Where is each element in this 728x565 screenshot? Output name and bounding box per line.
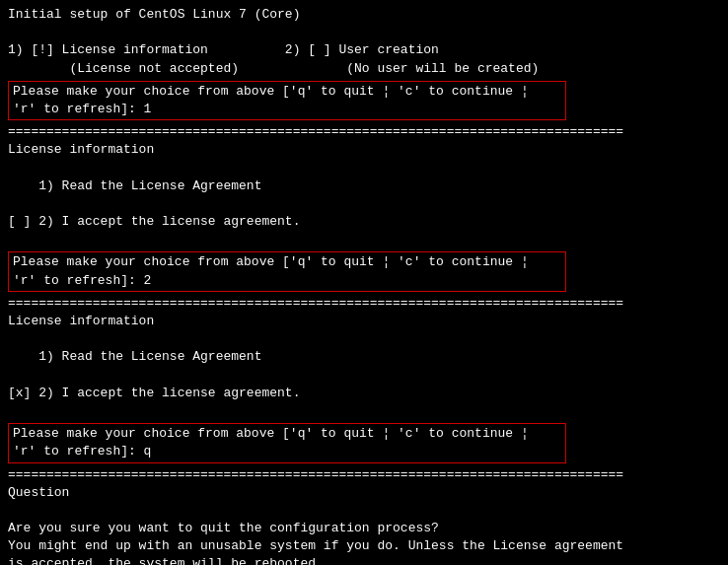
prompt3-line1: Please make your choice from above ['q' …	[13, 425, 561, 443]
prompt-box-2[interactable]: Please make your choice from above ['q' …	[8, 251, 566, 291]
prompt2-line2: 'r' to refresh]: 2	[13, 272, 561, 290]
question-line-3: is accepted, the system will be rebooted…	[8, 555, 720, 565]
blank2	[8, 160, 720, 177]
prompt3-line2: 'r' to refresh]: q	[13, 443, 561, 460]
separator-1: ========================================…	[8, 123, 720, 141]
question-line-1: Are you sure you want to quit the config…	[8, 520, 720, 537]
separator-3: ========================================…	[8, 466, 720, 484]
menu-line-1: 1) [!] License information 2) [ ] User c…	[8, 41, 720, 59]
blank6	[8, 367, 720, 385]
accept-checked: [x] 2) I accept the license agreement.	[8, 385, 720, 402]
question-header: Question	[8, 484, 720, 502]
blank-line	[8, 24, 720, 41]
terminal: Initial setup of CentOS Linux 7 (Core) 1…	[8, 6, 720, 559]
title-line: Initial setup of CentOS Linux 7 (Core)	[8, 6, 720, 24]
blank5	[8, 330, 720, 348]
accept-unchecked: [ ] 2) I accept the license agreement.	[8, 213, 720, 231]
prompt-box-3[interactable]: Please make your choice from above ['q' …	[8, 423, 566, 462]
blank8	[8, 502, 720, 520]
prompt1-line1: Please make your choice from above ['q' …	[13, 83, 561, 101]
license-header-1: License information	[8, 141, 720, 159]
read-license: 1) Read the License Agreement	[8, 177, 720, 195]
prompt1-line2: 'r' to refresh]: 1	[13, 101, 561, 118]
blank4	[8, 231, 720, 248]
menu-line-2: (License not accepted) (No user will be …	[8, 60, 720, 78]
prompt2-line1: Please make your choice from above ['q' …	[13, 253, 561, 271]
license-header-2: License information	[8, 313, 720, 330]
question-line-2: You might end up with an unusable system…	[8, 537, 720, 555]
prompt-box-1[interactable]: Please make your choice from above ['q' …	[8, 81, 566, 120]
blank7	[8, 402, 720, 420]
read-license-2: 1) Read the License Agreement	[8, 348, 720, 366]
separator-2: ========================================…	[8, 295, 720, 313]
blank3	[8, 195, 720, 213]
